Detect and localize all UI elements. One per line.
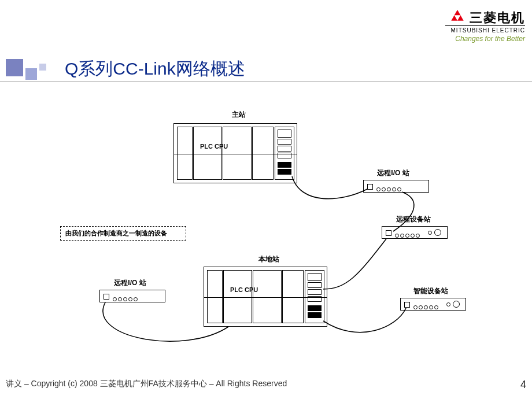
remote-device-label: 远程设备站 [390, 215, 437, 224]
svg-marker-2 [457, 15, 464, 20]
remote-io-top [363, 180, 429, 193]
local-label: 本地站 [254, 254, 283, 264]
local-cpu-label: PLC CPU [230, 286, 258, 293]
local-station [204, 267, 327, 327]
svg-marker-0 [455, 10, 461, 15]
footer: 讲义 – Copyright (c) 2008 三菱电机广州FA技术服务中心 –… [6, 379, 526, 391]
slide-title: Q系列CC-Link网络概述 [58, 57, 245, 81]
title-band: Q系列CC-Link网络概述 [0, 54, 532, 83]
remote-io-left-label: 远程I/O 站 [107, 278, 153, 288]
mitsubishi-diamonds-icon [445, 10, 470, 26]
title-squares-icon [0, 57, 58, 81]
remote-device [382, 226, 448, 239]
page-number: 4 [520, 379, 526, 391]
master-label: 主站 [224, 110, 253, 120]
brand-logo: 三菱电机 MITSUBISHI ELECTRIC Changes for the… [445, 9, 525, 43]
title-underline [0, 81, 532, 82]
remote-io-left [99, 290, 165, 302]
brand-english: MITSUBISHI ELECTRIC [445, 25, 525, 34]
smart-device-label: 智能设备站 [408, 286, 454, 296]
master-cpu-label: PLC CPU [200, 143, 228, 150]
network-diagram: 主站 PLC CPU 本地站 PLC CPU [52, 107, 492, 361]
partner-note: 由我们的合作制造商之一制造的设备 [60, 226, 186, 241]
brand-cjk: 三菱电机 [470, 9, 525, 27]
svg-marker-1 [451, 15, 457, 20]
brand-tagline: Changes for the Better [445, 35, 525, 43]
footer-copyright: 讲义 – Copyright (c) 2008 三菱电机广州FA技术服务中心 –… [6, 379, 287, 391]
master-station [173, 123, 297, 183]
remote-io-top-label: 远程I/O 站 [370, 168, 416, 178]
smart-device [400, 298, 466, 311]
